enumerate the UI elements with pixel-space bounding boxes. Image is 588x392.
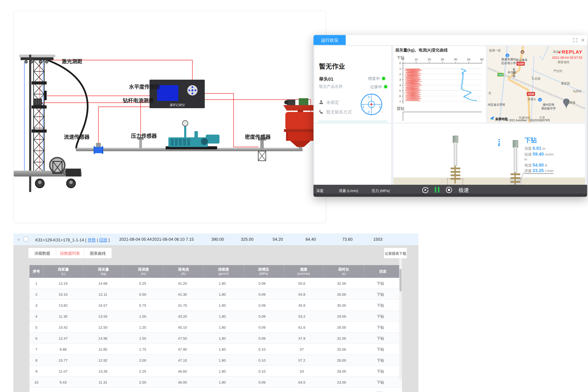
table-cell: 1.80 xyxy=(202,344,242,354)
table-cell: 47.9 xyxy=(282,333,322,344)
table-row[interactable]: 612.4714.961.5047.501.800.0947.931.00下钻 xyxy=(29,333,402,344)
table-row[interactable]: 510.4212.501.2545.101.800.0961.626.00下钻 xyxy=(29,322,402,333)
param-link[interactable]: 参数 xyxy=(87,238,96,242)
table-cell: 2 xyxy=(29,289,43,300)
table-row[interactable]: 112.2414.680.2541.201.800.0955.632.00下钻 xyxy=(29,278,402,289)
table-cell: 13.82 xyxy=(43,300,83,310)
power-box xyxy=(66,168,81,176)
table-cell: 45.60 xyxy=(163,388,202,392)
table-cell: 1.80 xyxy=(202,289,242,300)
close-icon[interactable]: ✕ xyxy=(580,38,586,42)
temple-icon: 寺 xyxy=(521,50,524,54)
table-cell: 13.55 xyxy=(83,311,123,322)
svg-text:3: 3 xyxy=(379,106,381,109)
map-label: 通州区杨 港初级中学 xyxy=(539,103,558,110)
column-header: 速度(cm/min) xyxy=(284,265,324,278)
table-cell: 2.25 xyxy=(123,366,163,376)
table-cell: 15.71 xyxy=(83,388,123,392)
drill-flow-line: 流量 23.25 L/min xyxy=(524,168,554,174)
expand-icon[interactable] xyxy=(573,38,578,42)
record-status-dot xyxy=(384,85,387,88)
table-cell: 13.28 xyxy=(83,366,123,376)
record-summary-row[interactable]: ∨ K31+129-K31+178_1-1-14 [ 参数 | 回放 ] 202… xyxy=(13,234,418,245)
record-status-label: 记录中 xyxy=(370,84,382,89)
drill-depth-line: 深度 6.81 m xyxy=(524,146,545,151)
table-cell: 下钻 xyxy=(362,289,399,300)
record-name: K31+129-K31+178_1-1-14 [ 参数 | 回放 ] xyxy=(35,236,119,242)
download-report-button[interactable]: 记录报表下载 xyxy=(384,248,407,258)
table-row[interactable]: 1113.1015.712.7545.601.800.094533.00下钻 xyxy=(29,388,402,392)
table-cell: 9.43 xyxy=(43,377,83,387)
table-cell: 14.96 xyxy=(83,333,123,344)
table-cell: 41.30 xyxy=(163,289,202,300)
table-cell: 1.80 xyxy=(202,311,242,322)
table-cell: 31.00 xyxy=(322,333,362,344)
table-cell: 11.30 xyxy=(43,311,83,322)
table-cell: 0.10 xyxy=(242,366,282,376)
table-cell: 32.00 xyxy=(322,278,362,288)
svg-text:0: 0 xyxy=(402,58,404,61)
summary-value: 1503 xyxy=(353,237,383,242)
chart-title: 段灰量(kg)、电流(A)变化曲线 xyxy=(395,48,448,52)
record-detail-section: 详细数据段数据列表图表曲线 记录报表下载 序号段浆量(L)段灰量(kg)段深度(… xyxy=(13,245,418,392)
table-cell: 53 xyxy=(282,366,322,376)
table-cell: 0.09 xyxy=(242,300,282,310)
playback-speed[interactable]: 极速 xyxy=(458,186,469,193)
stop-button[interactable] xyxy=(445,186,452,193)
svg-text:3: 3 xyxy=(362,106,364,109)
tab-图表曲线[interactable]: 图表曲线 xyxy=(84,248,112,258)
flow-sensor-device xyxy=(94,143,103,154)
series-gray-amount xyxy=(404,69,422,101)
table-cell: 1.25 xyxy=(123,322,163,332)
scrollbar-thumb[interactable] xyxy=(399,269,401,292)
svg-text:3: 3 xyxy=(399,78,401,82)
popup-titlebar: 运行状况 ✕ xyxy=(313,35,587,45)
person-icon xyxy=(319,100,323,104)
chevron-down-icon[interactable]: ∨ xyxy=(13,238,24,241)
svg-text:5: 5 xyxy=(399,89,401,92)
table-cell: 43.20 xyxy=(163,311,202,322)
table-cell: 0.09 xyxy=(242,322,282,332)
table-cell: 1.00 xyxy=(123,311,163,322)
table-cell: 0.09 xyxy=(242,377,282,387)
tab-段数据列表[interactable]: 段数据列表 xyxy=(56,248,84,258)
table-row[interactable]: 911.0713.282.2546.601.800.105328.00下钻 xyxy=(29,366,402,377)
svg-text:10: 10 xyxy=(414,58,418,61)
table-row[interactable]: 313.8216.570.7541.701.800.0945.835.00下钻 xyxy=(29,300,402,311)
pause-button[interactable] xyxy=(435,187,439,193)
table-cell: 61.6 xyxy=(282,322,322,332)
map-label: 临港一组 xyxy=(489,49,501,52)
table-cell: 下钻 xyxy=(362,355,399,366)
table-cell: 下钻 xyxy=(362,333,399,344)
table-row[interactable]: 810.7712.922.0047.101.800.1057.228.00下钻 xyxy=(29,355,402,366)
signal-wire xyxy=(141,101,150,137)
table-body: 112.2414.680.2541.201.800.0955.632.00下钻2… xyxy=(29,278,402,392)
table-cell: 45.10 xyxy=(163,322,202,332)
map-panel[interactable]: 临港一组海洼村南通市通州 区纱场小学慈云禅寺殷家油坊林东村严灶村头总庙瞿家园马岸… xyxy=(488,46,585,122)
table-row[interactable]: 79.8811.851.7547.901.800.105725.00下钻 xyxy=(29,344,402,355)
spray-status-label: 喷浆中 xyxy=(368,76,380,81)
label-flow-sensor: 流速传感器 xyxy=(64,134,90,140)
table-cell: 1.80 xyxy=(202,300,242,310)
table-scrollbar[interactable] xyxy=(399,258,402,380)
column-header: 序号 xyxy=(29,265,43,278)
table-row[interactable]: 210.1012.110.5041.301.800.0954.826.00下钻 xyxy=(29,289,402,300)
replay-link[interactable]: 回放 xyxy=(99,238,107,242)
series-current xyxy=(461,69,476,101)
tab-详细数据[interactable]: 详细数据 xyxy=(28,248,56,258)
svg-text:6: 6 xyxy=(399,94,401,98)
table-row[interactable]: 109.4311.312.5046.001.800.0964.523.00下钻 xyxy=(29,377,402,388)
replay-button[interactable] xyxy=(422,186,429,193)
record-checkbox[interactable] xyxy=(24,236,28,241)
school-icon: 文 xyxy=(506,54,509,57)
chart-section-up: 提钻 xyxy=(397,106,404,111)
section-data-table: 序号段浆量(L)段灰量(kg)段深度(m)段电流(A)段密度(g/cm³)段喷压… xyxy=(29,265,402,392)
map-brand: 高德地图 xyxy=(495,117,508,121)
table-cell: 1.80 xyxy=(202,322,242,332)
table-row[interactable]: 411.3013.551.0043.201.800.0953.229.00下钻 xyxy=(29,311,402,322)
tab-run-status[interactable]: 运行状况 xyxy=(313,35,346,45)
grout-pump xyxy=(166,120,219,150)
table-cell: 下钻 xyxy=(362,388,399,392)
drill-right-cap xyxy=(513,140,518,148)
table-cell: 1.80 xyxy=(202,278,242,288)
